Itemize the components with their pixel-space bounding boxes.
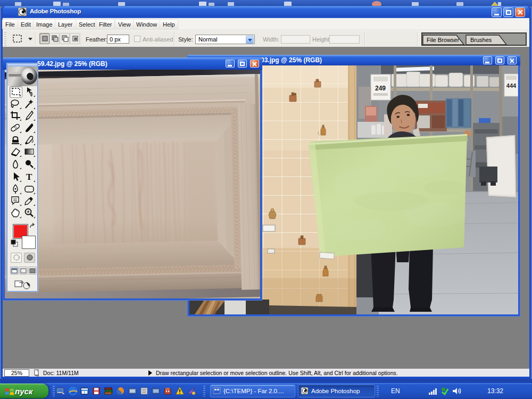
- svg-text:Brushes: Brushes: [470, 37, 492, 43]
- svg-text:249: 249: [375, 85, 386, 92]
- svg-text:444: 444: [506, 82, 517, 89]
- svg-text:T: T: [26, 172, 32, 182]
- svg-text:File Browser: File Browser: [427, 37, 459, 43]
